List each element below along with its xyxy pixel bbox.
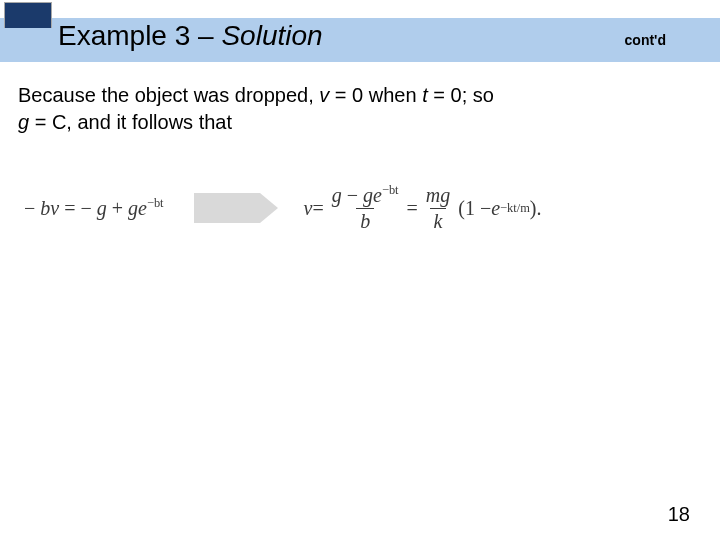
eq-g1: g [97,197,107,219]
fraction-2: mg k [422,184,454,233]
eq-exp1: −bt [147,196,164,210]
eq-e2: e [491,197,500,220]
eq-minus: − [24,197,40,219]
eq-paren-open: (1 − [458,197,491,220]
frac1-exp: −bt [382,183,399,197]
body-text-3: = 0; so [428,84,494,106]
eq-v: v [304,197,313,220]
title-prefix: Example 3 – [58,20,221,51]
body-text-2: = 0 when [329,84,422,106]
page-number: 18 [668,503,690,526]
body-text-1: Because the object was dropped, [18,84,319,106]
title-solution: Solution [221,20,322,51]
frac1-e: e [373,184,382,206]
slide-title: Example 3 – Solution [58,20,323,52]
var-v: v [319,84,329,106]
fraction-1: g − ge−bt b [328,184,403,233]
body-text-4: = C, and it follows that [29,111,232,133]
frac2-den: k [430,208,447,233]
slide-tab [4,2,52,28]
frac1-den: b [356,208,374,233]
eq-e1: e [138,197,147,219]
continued-label: cont'd [625,32,666,48]
equation-right: v = g − ge−bt b = mg k (1 − e−kt/m). [304,184,542,233]
eq-plus: + [107,197,128,219]
eq-g2: g [128,197,138,219]
equation-left: − bv = − g + ge−bt [24,197,164,220]
frac1-g1: g [332,184,342,206]
eq-eq1: = [312,197,323,220]
eq-eq-minus: = − [59,197,97,219]
body-paragraph: Because the object was dropped, v = 0 wh… [18,82,658,136]
eq-paren-close: ). [530,197,542,220]
eq-bv: bv [40,197,59,219]
frac2-num: mg [422,184,454,208]
frac1-minus: − [342,184,363,206]
frac1-g2: g [363,184,373,206]
equation-row: − bv = − g + ge−bt v = g − ge−bt b = mg … [24,176,696,240]
arrow-icon [194,193,260,223]
frac1-num: g − ge−bt [328,184,403,208]
var-g: g [18,111,29,133]
eq-eq2: = [407,197,418,220]
